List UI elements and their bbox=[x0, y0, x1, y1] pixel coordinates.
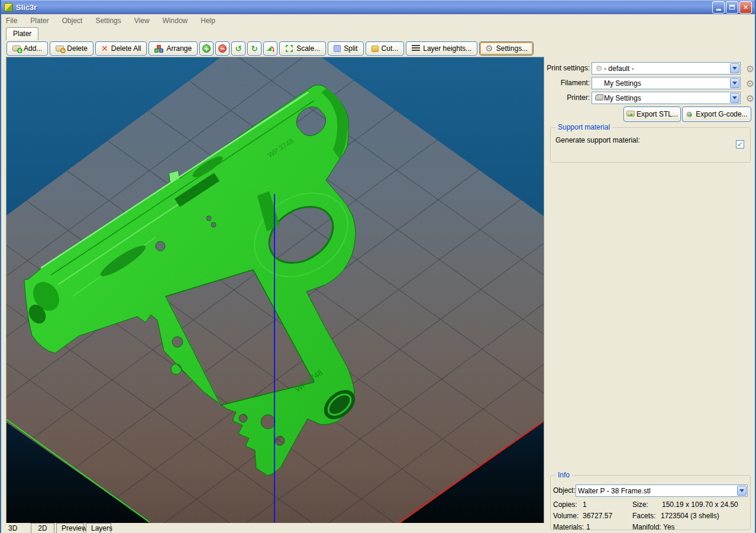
menu-help[interactable]: Help bbox=[201, 17, 215, 25]
size-value: 150.19 x 109.70 x 24.50 bbox=[662, 500, 738, 509]
filament-combo[interactable]: My Settings bbox=[592, 77, 741, 89]
filament-label: Filament: bbox=[545, 77, 590, 89]
menu-window[interactable]: Window bbox=[163, 17, 188, 25]
printer-icon bbox=[595, 95, 603, 101]
generate-support-checkbox[interactable]: ✓ bbox=[736, 140, 744, 148]
delete-all-button[interactable]: ✕ Delete All bbox=[95, 41, 147, 56]
export-stl-button[interactable]: ➔ Export STL... bbox=[623, 106, 681, 122]
plus-icon: + bbox=[202, 44, 211, 53]
copies-label: Copies: bbox=[553, 500, 577, 509]
tab-plater[interactable]: Plater bbox=[6, 27, 38, 40]
settings-button[interactable]: ⚙ Settings... bbox=[479, 41, 534, 56]
delete-button[interactable]: − Delete bbox=[50, 41, 93, 56]
volume-value: 36727.57 bbox=[583, 512, 612, 520]
materials-label: Materials: bbox=[553, 523, 584, 531]
split-icon bbox=[334, 45, 341, 52]
view-tabs: 3D 2D Preview Layers bbox=[1, 523, 544, 533]
add-icon: + bbox=[12, 46, 21, 51]
printer-label: Printer: bbox=[545, 92, 590, 104]
arrange-button[interactable]: Arrange bbox=[148, 41, 198, 56]
cut-icon bbox=[371, 46, 379, 52]
scale-button[interactable]: Scale... bbox=[279, 41, 326, 56]
print-settings-gear-button[interactable]: ⚙ bbox=[744, 63, 756, 75]
scene-svg: WP 3748 WP 3748 bbox=[7, 57, 544, 523]
window-title: Slic3r bbox=[16, 3, 37, 12]
decrease-copies-button[interactable]: − bbox=[215, 41, 230, 56]
tab-strip: Plater bbox=[1, 27, 755, 40]
restore-icon bbox=[729, 5, 735, 9]
add-button[interactable]: + Add... bbox=[7, 41, 48, 56]
menu-plater[interactable]: Plater bbox=[30, 17, 49, 25]
arrange-icon bbox=[154, 45, 163, 53]
layer-heights-button[interactable]: Layer heights... bbox=[406, 41, 477, 56]
menu-object[interactable]: Object bbox=[62, 17, 83, 25]
mirror-icon bbox=[266, 44, 274, 53]
materials-value: 1 bbox=[586, 523, 590, 531]
app-icon bbox=[4, 3, 13, 12]
size-label: Size: bbox=[632, 500, 648, 509]
menu-file[interactable]: File bbox=[6, 17, 17, 25]
split-button[interactable]: Split bbox=[328, 41, 363, 56]
tab-preview[interactable]: Preview bbox=[56, 523, 84, 533]
cut-button[interactable]: Cut... bbox=[366, 41, 405, 56]
support-material-title: Support material bbox=[555, 123, 612, 131]
tab-layers[interactable]: Layers bbox=[86, 523, 111, 533]
rotate-ccw-icon: ↺ bbox=[235, 44, 242, 53]
printer-gear-button[interactable]: ⚙ bbox=[744, 92, 756, 104]
toolbar: + Add... − Delete ✕ Delete All Arrange +… bbox=[1, 40, 755, 57]
copies-value: 1 bbox=[583, 500, 587, 509]
filament-gear-button[interactable]: ⚙ bbox=[744, 77, 756, 89]
tab-3d[interactable]: 3D bbox=[8, 524, 17, 532]
generate-support-label: Generate support material: bbox=[555, 136, 674, 145]
print-settings-label: Print settings: bbox=[545, 62, 590, 75]
tab-2d[interactable]: 2D bbox=[31, 523, 54, 533]
rotate-cw-icon: ↻ bbox=[251, 44, 258, 53]
slic3r-window: Slic3r ✕ File Plater Object Settings Vie… bbox=[0, 0, 756, 533]
preset-gear-icon: ⚙ bbox=[594, 64, 604, 73]
object-combo[interactable]: Walter P - 38 Frame.stl bbox=[576, 484, 748, 497]
print-settings-dropdown-arrow[interactable] bbox=[730, 63, 739, 73]
settings-panel: Print settings: ⚙ - default - ⚙ Filament… bbox=[545, 57, 756, 533]
layer-heights-icon bbox=[412, 45, 420, 52]
object-dropdown-arrow[interactable] bbox=[737, 486, 747, 496]
delete-icon: − bbox=[56, 46, 64, 51]
close-button[interactable]: ✕ bbox=[739, 1, 752, 14]
restore-button[interactable] bbox=[726, 1, 738, 14]
scale-icon bbox=[285, 44, 293, 53]
minimize-button[interactable] bbox=[712, 1, 725, 14]
print-settings-combo[interactable]: ⚙ - default - bbox=[592, 62, 741, 75]
delete-all-icon: ✕ bbox=[101, 44, 108, 53]
volume-label: Volume: bbox=[553, 512, 579, 520]
manifold-value: Yes bbox=[663, 523, 675, 531]
increase-copies-button[interactable]: + bbox=[199, 41, 214, 56]
export-gcode-button[interactable]: ⚙➔ Export G-code... bbox=[682, 106, 751, 122]
rotate-cw-button[interactable]: ↻ bbox=[247, 41, 261, 56]
facets-label: Facets: bbox=[632, 512, 655, 520]
printer-dropdown-arrow[interactable] bbox=[730, 93, 739, 103]
minimize-icon bbox=[716, 9, 721, 11]
info-group: Info Object: Walter P - 38 Frame.stl Cop… bbox=[550, 475, 751, 530]
menu-settings[interactable]: Settings bbox=[95, 17, 121, 25]
minus-icon: − bbox=[218, 44, 227, 53]
title-bar: Slic3r ✕ bbox=[1, 0, 755, 14]
support-material-group: Support material Generate support materi… bbox=[550, 127, 751, 163]
facets-value: 1723504 (3 shells) bbox=[661, 512, 719, 520]
filament-dropdown-arrow[interactable] bbox=[730, 78, 739, 88]
info-title: Info bbox=[555, 471, 572, 479]
manifold-label: Manifold: bbox=[632, 523, 661, 531]
rotate-ccw-button[interactable]: ↺ bbox=[231, 41, 245, 56]
mirror-button[interactable] bbox=[263, 41, 277, 56]
menu-bar: File Plater Object Settings View Window … bbox=[1, 14, 755, 27]
menu-view[interactable]: View bbox=[134, 17, 150, 25]
plater-3d-canvas[interactable]: WP 3748 WP 3748 bbox=[6, 57, 544, 524]
settings-gear-icon: ⚙ bbox=[485, 44, 493, 53]
printer-combo[interactable]: My Settings bbox=[592, 92, 741, 104]
object-label: Object: bbox=[553, 486, 576, 495]
